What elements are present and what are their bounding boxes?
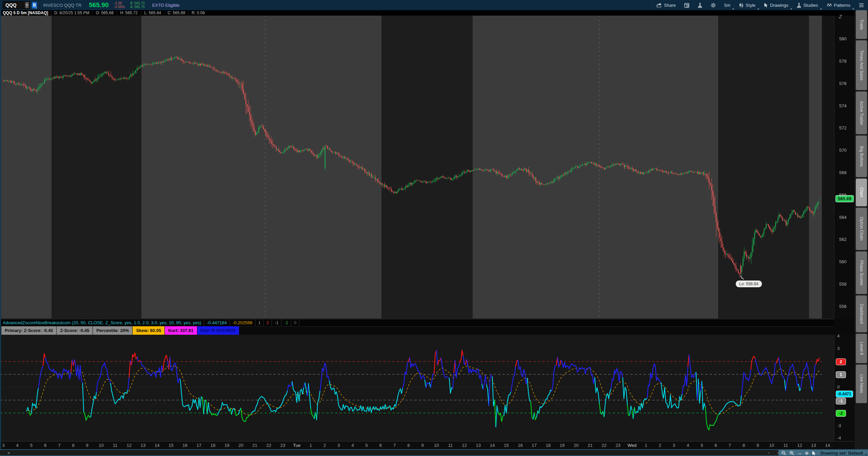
study-chip: Dist: R-SKEWED (197, 326, 239, 335)
time-axis-label: 16 (518, 443, 522, 448)
toolbar-button-share[interactable]: Share (652, 0, 680, 10)
time-axis-label: 1 (310, 443, 312, 448)
toolbar-button-calendar[interactable] (680, 0, 693, 10)
ohlc-cell: H: 565.72 (117, 11, 141, 15)
time-axis-label: 15 (169, 443, 173, 448)
toolbar-button-label: Drawings (770, 3, 788, 8)
toolbar-button-timeframe[interactable]: 5m (720, 0, 734, 10)
time-axis-label: 9 (756, 443, 759, 448)
cursor-icon[interactable] (812, 451, 816, 456)
study-axis[interactable]: 43210-0.4471-1-2-3-4 (834, 335, 855, 441)
time-axis-label: 3 (337, 443, 340, 448)
drawing-set-selector[interactable]: Drawing set: Default (821, 451, 867, 456)
batch-badge-icon[interactable]: B (32, 2, 37, 8)
time-axis-label: 13 (811, 443, 816, 448)
price-axis-label: 558 (839, 282, 847, 287)
time-axis-label: 19 (560, 443, 565, 448)
study-chip: Skew: 60.05 (133, 326, 164, 335)
ohlc-cell: O: 565.68 (92, 11, 117, 15)
toolbar-button-settings[interactable] (706, 0, 720, 10)
time-axis-label: 11 (783, 443, 788, 448)
sidebar-tab-active-trader[interactable]: Active Trader (856, 91, 867, 134)
zoom-in-icon[interactable] (789, 451, 794, 456)
time-axis-label: 22 (601, 443, 606, 448)
crosshair-icon[interactable]: ⊕ (805, 451, 809, 455)
study-plot-area[interactable] (0, 335, 834, 441)
sidebar-tab-option-chain[interactable]: Option Chain (856, 208, 867, 250)
study-chip: Primary: Z-Score: -0.45 (1, 326, 56, 335)
calendar-icon (684, 3, 689, 8)
sidebar-tab-level-ii[interactable]: Level II (856, 334, 867, 363)
top-toolbar: ▼ B INVESCO QQQ TR 565.90 -3.38 -0.59% B… (0, 0, 868, 10)
price-axis-label: 570 (839, 148, 847, 153)
zoom-out-icon[interactable] (781, 451, 786, 456)
toolbar-button-menu[interactable] (854, 0, 868, 10)
time-axis-label: 14 (155, 443, 159, 448)
symbol-input-box[interactable]: ▼ (3, 1, 30, 9)
ask-value: A: 565.75 (130, 5, 145, 9)
change-stack: -3.38 -0.59% (114, 1, 125, 9)
pattern-icon (827, 3, 832, 7)
time-axis-label: 10 (434, 443, 439, 448)
study-axis-label: -3 (837, 423, 841, 428)
toolbar-button-patterns[interactable]: Patterns (822, 0, 854, 10)
share-icon (656, 3, 662, 7)
study-chip: Kurt: 337.81 (165, 326, 197, 335)
toolbar-button-style[interactable]: Style (734, 0, 760, 10)
price-axis-label: 564 (839, 215, 847, 220)
time-axis-label: 9 (86, 443, 88, 448)
study-chart-svg[interactable] (0, 335, 834, 441)
study-chip: Percentile: 20% (93, 326, 132, 335)
time-axis-label: 23 (616, 443, 620, 448)
symbol-dropdown-button[interactable]: ▼ (25, 2, 29, 8)
change-percent: -0.59% (114, 5, 125, 9)
study-level-cell: 2 (264, 319, 272, 326)
time-axis-label: 11 (448, 443, 453, 448)
sidebar-tab-chart[interactable]: Chart (856, 179, 867, 206)
study-axis-badge: -1 (836, 398, 846, 405)
chart-z-tool-icon[interactable]: Z (839, 14, 842, 19)
time-axis-label: 18 (546, 443, 551, 448)
candle-icon (739, 3, 744, 8)
time-axis-label: 7 (729, 443, 731, 448)
toolbar-button-drawings[interactable]: Drawings (760, 0, 792, 10)
time-axis-label: 20 (574, 443, 578, 448)
time-axis-label: 8 (407, 443, 410, 448)
time-axis-label: 9 (421, 443, 423, 448)
sidebar-tab-big-buttons[interactable]: Big Buttons (856, 136, 867, 177)
toolbar-right-buttons: Share5mStyleDrawingsStudiesPatterns (652, 0, 868, 10)
price-chart-svg[interactable] (0, 16, 834, 318)
time-axis-label: 12 (127, 443, 132, 448)
study-level-cell: 1 (255, 319, 263, 326)
toolbar-button-beaker[interactable] (693, 0, 706, 10)
time-axis-label: 2 (323, 443, 326, 448)
time-axis-label: 8 (743, 443, 745, 448)
thinkorswim-app: ▼ B INVESCO QQQ TR 565.90 -3.38 -0.59% B… (0, 0, 868, 456)
price-chart-area[interactable]: Lo: 558.84 (0, 16, 834, 318)
time-axis-label: 2 (659, 443, 661, 448)
time-axis[interactable]: 34567891011121314151617181920212223Tue12… (0, 441, 854, 450)
time-axis-label: 6 (44, 443, 46, 448)
price-axis[interactable]: 565.69 580578576574572570568566564562560… (834, 16, 855, 318)
fit-width-icon[interactable]: ↔ (797, 451, 802, 455)
study-title[interactable]: AdvancedZscoreNiceBreakoutcom (20, 50, C… (0, 319, 204, 326)
time-axis-label: 6 (715, 443, 717, 448)
sidebar-tab-phase-scores[interactable]: Phase Scores (856, 251, 867, 294)
price-axis-label: 574 (839, 103, 847, 108)
price-axis-label: 566 (839, 192, 847, 198)
study-level-cell: -2 (281, 319, 291, 326)
time-axis-label: Wed (628, 443, 637, 448)
sidebar-tab-times-and-sales[interactable]: Times And Sales (856, 40, 867, 90)
study-axis-label: 4 (837, 333, 840, 338)
time-axis-label: 17 (532, 443, 536, 448)
sidebar-tab-live-news[interactable]: Live News (856, 365, 867, 403)
symbol-input[interactable] (3, 2, 25, 8)
sidebar-tab-trade[interactable]: Trade (856, 10, 867, 39)
sidebar-tab-dashboard[interactable]: Dashboard (856, 295, 867, 332)
ohlc-cell: L: 565.64 (141, 11, 164, 15)
flask-icon (797, 3, 801, 8)
time-axis-label: 23 (280, 443, 285, 448)
time-axis-label: 1 (645, 443, 647, 448)
scroll-left-icon[interactable]: ◄ (7, 451, 10, 455)
toolbar-button-studies[interactable]: Studies (792, 0, 822, 10)
